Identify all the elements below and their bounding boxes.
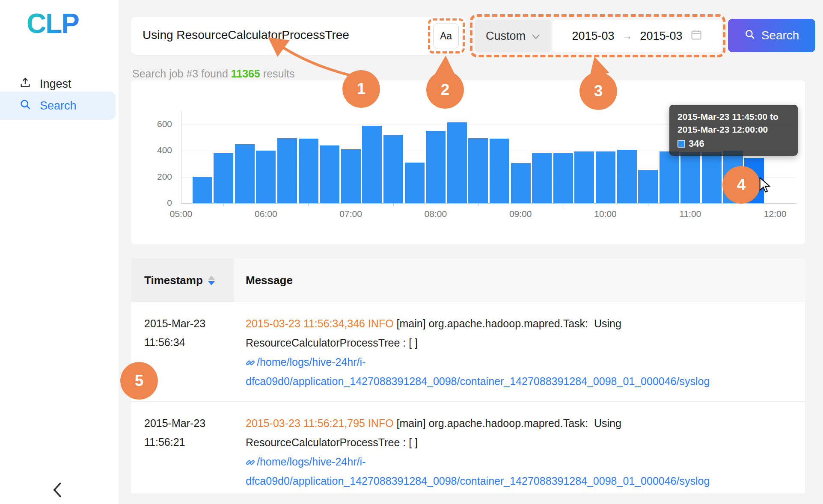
arrow-to-time-range: [596, 62, 599, 73]
results-table: Timestamp Message 2015-Mar-2311:56:34201…: [131, 258, 805, 493]
date-range-input[interactable]: 2015-03 → 2015-03: [553, 20, 722, 52]
histogram-bar-11:15[interactable]: [702, 152, 722, 203]
x-tick-label: 05:00: [160, 209, 202, 219]
x-axis-tick: [308, 203, 309, 206]
search-icon: [744, 29, 755, 43]
x-tick-label: 10:00: [584, 209, 627, 219]
histogram-bar-11:00[interactable]: [680, 152, 700, 203]
results-histogram-card: 0200400600 05:0006:0007:0008:0009:0010:0…: [131, 80, 805, 244]
log-file-link[interactable]: /home/logs/hive-24hr/i- dfca09d0/applica…: [246, 456, 710, 487]
log-timestamp-highlight: 2015-03-23 11:56:21,795 INFO: [246, 417, 394, 429]
x-axis-tick: [563, 203, 563, 206]
result-timestamp: 2015-Mar-2311:56:34: [144, 314, 230, 352]
chart-tooltip: 2015-Mar-23 11:45:00 to 2015-Mar-23 12:0…: [669, 105, 798, 156]
callout-1: 1: [342, 70, 380, 108]
histogram-bar-09:15[interactable]: [532, 153, 552, 203]
x-tick-label: 07:00: [330, 209, 372, 219]
collapse-sidebar-button[interactable]: [51, 482, 67, 499]
link-icon: [246, 458, 255, 467]
histogram-bar-08:30[interactable]: [468, 138, 488, 203]
tooltip-value: 346: [689, 138, 704, 149]
y-tick-label: 400: [142, 145, 172, 155]
tooltip-range-line2: 2015-Mar-23 12:00:00: [677, 123, 790, 136]
range-end-value[interactable]: 2015-03: [640, 30, 683, 43]
search-input-box[interactable]: Using ResourceCalculatorProcessTree Aa: [131, 17, 466, 55]
case-sensitivity-button[interactable]: Aa: [433, 24, 459, 48]
callout-5: 5: [120, 362, 158, 400]
sidebar-item-search[interactable]: Search: [0, 92, 116, 120]
result-row[interactable]: 2015-Mar-2311:56:212015-03-23 11:56:21,7…: [131, 401, 805, 493]
upload-icon: [19, 77, 31, 92]
result-message: 2015-03-23 11:56:21,795 INFO [main] org.…: [246, 414, 793, 491]
histogram-bar-05:15[interactable]: [193, 177, 212, 203]
histogram-bar-06:30[interactable]: [299, 139, 318, 203]
log-timestamp-highlight: 2015-03-23 11:56:34,346 INFO: [246, 317, 394, 329]
histogram-bar-07:00[interactable]: [341, 149, 361, 203]
histogram-bar-07:45[interactable]: [405, 163, 425, 203]
range-start-value[interactable]: 2015-03: [572, 30, 614, 43]
x-axis-tick: [478, 203, 478, 206]
histogram-bar-08:15[interactable]: [447, 122, 467, 203]
y-axis-line: [181, 111, 181, 203]
range-arrow: →: [622, 30, 633, 42]
histogram-bar-10:30[interactable]: [638, 170, 658, 203]
histogram-bar-06:45[interactable]: [320, 145, 339, 203]
link-icon: [246, 358, 255, 368]
histogram-bar-07:15[interactable]: [362, 126, 382, 203]
search-button-label: Search: [761, 29, 799, 42]
tooltip-series-swatch: [677, 140, 685, 148]
histogram-bar-05:45[interactable]: [235, 144, 255, 203]
result-count: 11365: [231, 68, 260, 80]
search-status-text: Search job #3 found 11365 results: [132, 68, 294, 80]
histogram-bar-06:15[interactable]: [277, 138, 297, 203]
time-range-preset-label: Custom: [486, 30, 526, 43]
y-tick-label: 600: [142, 119, 172, 129]
clp-logo: CLP: [27, 8, 79, 39]
histogram-bar-10:45[interactable]: [660, 151, 679, 203]
histogram-bar-10:15[interactable]: [617, 150, 637, 203]
sidebar-item-label: Search: [40, 99, 77, 113]
histogram-bar-09:30[interactable]: [553, 153, 573, 203]
x-tick-label: 11:00: [669, 209, 712, 219]
sidebar-item-label: Ingest: [40, 77, 71, 91]
histogram-bar-05:30[interactable]: [214, 153, 233, 203]
arrow-to-case-toggle: [445, 61, 446, 72]
histogram-bar-09:00[interactable]: [511, 163, 531, 203]
x-axis-line: [181, 203, 796, 204]
x-axis-tick: [223, 203, 224, 206]
tooltip-range-line1: 2015-Mar-23 11:45:00 to: [677, 110, 790, 123]
callout-2: 2: [426, 71, 464, 109]
histogram-bar-08:00[interactable]: [426, 131, 446, 203]
message-column-header: Message: [234, 258, 805, 302]
chevron-down-icon: [532, 30, 540, 43]
search-button[interactable]: Search: [728, 19, 815, 52]
search-query-text[interactable]: Using ResourceCalculatorProcessTree: [143, 28, 349, 42]
x-tick-label: 06:00: [244, 209, 287, 219]
log-file-link[interactable]: /home/logs/hive-24hr/i- dfca09d0/applica…: [246, 356, 710, 387]
histogram-bar-10:00[interactable]: [596, 151, 615, 203]
clp-search-page: CLP Ingest Search Using ResourceCal: [0, 0, 823, 504]
histogram-bar-08:45[interactable]: [490, 139, 509, 203]
x-tick-label: 12:00: [754, 209, 796, 219]
y-tick-label: 200: [142, 172, 172, 182]
sort-icon[interactable]: [208, 276, 215, 285]
time-range-preset-dropdown[interactable]: Custom: [475, 20, 551, 52]
x-tick-label: 09:00: [499, 209, 542, 219]
x-axis-tick: [648, 203, 648, 206]
histogram-bar-09:45[interactable]: [574, 151, 594, 203]
histogram-bar-07:30[interactable]: [383, 135, 403, 203]
callout-4: 4: [722, 166, 760, 204]
callout-3: 3: [579, 72, 617, 110]
histogram-bar-06:00[interactable]: [256, 151, 276, 203]
x-axis-tick: [733, 203, 733, 206]
results-table-header: Timestamp Message: [131, 258, 805, 302]
search-icon: [19, 98, 31, 113]
calendar-icon[interactable]: [690, 29, 702, 44]
timestamp-column-header[interactable]: Timestamp: [131, 258, 234, 302]
result-row[interactable]: 2015-Mar-2311:56:342015-03-23 11:56:34,3…: [131, 302, 805, 401]
x-tick-label: 08:00: [414, 209, 457, 219]
sidebar: CLP Ingest Search: [0, 0, 119, 504]
result-timestamp: 2015-Mar-2311:56:21: [144, 414, 230, 451]
result-message: 2015-03-23 11:56:34,346 INFO [main] org.…: [246, 314, 793, 391]
x-axis-tick: [393, 203, 394, 206]
